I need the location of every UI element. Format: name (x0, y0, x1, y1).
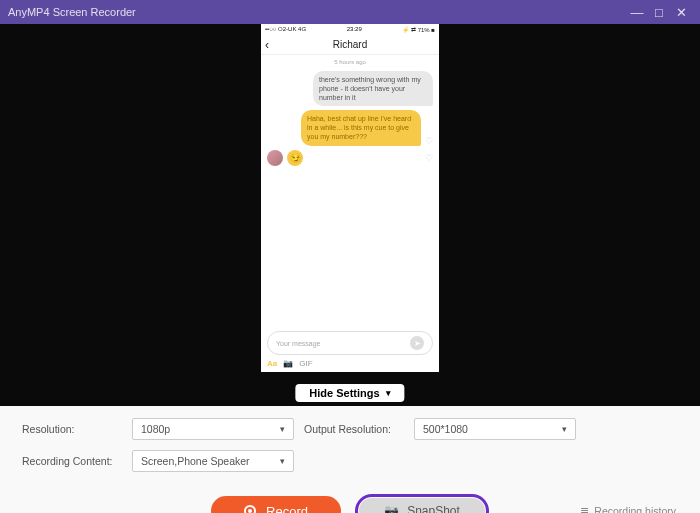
avatar-row: 😏 ♡ (261, 148, 439, 168)
settings-panel: Resolution: 1080p ▾ Output Resolution: 5… (0, 406, 700, 486)
message-bubble-outgoing: Haha, best chat up line I've heard in a … (301, 110, 421, 145)
resolution-select[interactable]: 1080p ▾ (132, 418, 294, 440)
chat-header: ‹ Richard (261, 35, 439, 55)
minimize-button[interactable]: — (626, 5, 648, 20)
contact-name: Richard (333, 39, 367, 50)
output-resolution-select[interactable]: 500*1080 ▾ (414, 418, 576, 440)
composer-buttons: Aa 📷 GIF (267, 359, 433, 368)
phone-mockup: ••○○ O2-UK 4G 23:29 ⚡ ⇄ 71% ■ ‹ Richard … (261, 24, 439, 372)
settings-row: Resolution: 1080p ▾ Output Resolution: 5… (22, 418, 678, 440)
heart-icon[interactable]: ♡ (425, 153, 433, 163)
hide-settings-label: Hide Settings (309, 387, 379, 399)
chevron-down-icon: ▾ (280, 456, 285, 466)
list-icon: ≣ (580, 505, 589, 513)
output-resolution-value: 500*1080 (423, 423, 468, 435)
record-icon (244, 505, 256, 513)
camera-icon: 📷 (384, 504, 399, 513)
emoji-icon: 😏 (287, 150, 303, 166)
heart-icon[interactable]: ♡ (425, 136, 433, 146)
phone-statusbar: ••○○ O2-UK 4G 23:29 ⚡ ⇄ 71% ■ (261, 24, 439, 35)
composer-input[interactable]: Your message ➤ (267, 331, 433, 355)
composer-placeholder: Your message (276, 340, 406, 347)
resolution-label: Resolution: (22, 423, 122, 435)
hide-settings-button[interactable]: Hide Settings ▾ (295, 384, 404, 402)
resolution-value: 1080p (141, 423, 170, 435)
recording-content-label: Recording Content: (22, 455, 122, 467)
text-format-icon[interactable]: Aa (267, 359, 277, 368)
snapshot-highlight: 📷 SnapShot (355, 494, 489, 513)
snapshot-button[interactable]: 📷 SnapShot (359, 498, 485, 513)
status-right: ⚡ ⇄ 71% ■ (402, 26, 435, 33)
recording-content-value: Screen,Phone Speaker (141, 455, 250, 467)
record-button[interactable]: Record (211, 496, 341, 513)
history-label: Recording history (594, 505, 676, 513)
message-row: Haha, best chat up line I've heard in a … (261, 108, 439, 147)
chevron-down-icon: ▾ (280, 424, 285, 434)
chevron-down-icon: ▾ (562, 424, 567, 434)
time-ago: 5 hours ago (261, 59, 439, 65)
snapshot-label: SnapShot (407, 504, 460, 513)
status-left: ••○○ O2-UK 4G (265, 26, 306, 33)
send-icon[interactable]: ➤ (410, 336, 424, 350)
footer: Record 📷 SnapShot ≣ Recording history (0, 486, 700, 513)
avatar (267, 150, 283, 166)
back-icon[interactable]: ‹ (265, 38, 269, 52)
output-resolution-label: Output Resolution: (304, 423, 404, 435)
status-time: 23:29 (347, 26, 362, 33)
recording-history-link[interactable]: ≣ Recording history (580, 505, 676, 513)
titlebar: AnyMP4 Screen Recorder — □ ✕ (0, 0, 700, 24)
settings-row: Recording Content: Screen,Phone Speaker … (22, 450, 678, 472)
camera-icon[interactable]: 📷 (283, 359, 293, 368)
close-button[interactable]: ✕ (670, 5, 692, 20)
gif-icon[interactable]: GIF (299, 359, 312, 368)
recording-content-select[interactable]: Screen,Phone Speaker ▾ (132, 450, 294, 472)
record-label: Record (266, 504, 308, 514)
message-row: there's something wrong with my phone - … (261, 69, 439, 108)
composer: Your message ➤ Aa 📷 GIF (261, 327, 439, 372)
app-title: AnyMP4 Screen Recorder (8, 6, 626, 18)
message-bubble-incoming: there's something wrong with my phone - … (313, 71, 433, 106)
preview-stage: ••○○ O2-UK 4G 23:29 ⚡ ⇄ 71% ■ ‹ Richard … (0, 24, 700, 406)
chevron-down-icon: ▾ (386, 388, 391, 398)
maximize-button[interactable]: □ (648, 5, 670, 20)
